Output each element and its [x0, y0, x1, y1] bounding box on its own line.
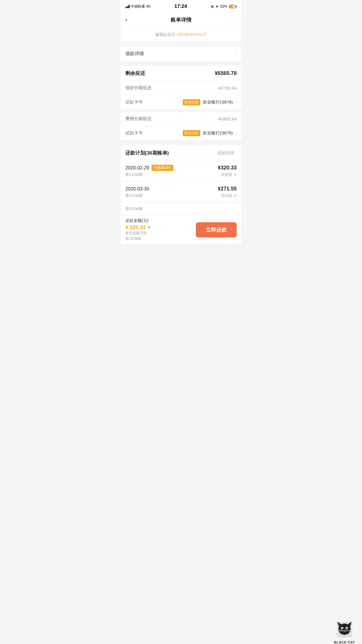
payment-row2-item1: 第13/36期 待还款 [125, 172, 237, 177]
status-left: 中国联通 4G [125, 4, 151, 9]
network-label: 4G [146, 4, 151, 8]
payment-status-2: 待还款 [221, 193, 237, 198]
loan-detail-label: 借款详情 [125, 51, 144, 57]
payment-status-1: 待还款 [221, 172, 237, 177]
fee-card-row[interactable]: 还款卡号 自动还款 农业银行(3879) › [121, 126, 241, 140]
bottom-period-label: 第13/36期 [125, 236, 196, 241]
payment-period-1: 第13/36期 [125, 172, 143, 177]
fee-installment-label: 费用分期应还 [125, 116, 152, 122]
payment-row1-item1: 2020-02-29 已逾期18天 ¥320.33 [125, 165, 237, 171]
pay-now-button[interactable]: 立即还款 [196, 222, 237, 237]
fee-installment-value: ¥2809.84 [218, 116, 237, 121]
extra-period-label: 第15/36期 [125, 206, 143, 211]
payment-amount-2: ¥271.55 [218, 186, 237, 192]
loan-card-row[interactable]: 还款卡号 自动还款 农业银行(3879) › [121, 95, 241, 110]
bottom-amount-label: 还款金额(元) [125, 218, 196, 223]
extra-period-row: 第15/36期 [121, 202, 241, 215]
remaining-row: 剩余应还 ¥6565.78 [121, 66, 241, 81]
settle-button[interactable]: 提前结清 › [218, 150, 237, 156]
bottom-bar: 还款金额(元) ¥ 320.33 暂无优惠可用 第13/36期 立即还款 [121, 215, 241, 244]
settle-label: 提前结清 [218, 150, 234, 156]
payment-period-2: 第14/36期 [125, 193, 143, 198]
fee-card-label: 还款卡号 [125, 130, 143, 136]
fee-bank-name: 农业银行(3879) [203, 130, 233, 136]
remaining-value: ¥6565.78 [215, 70, 237, 76]
overdue-badge-1: 已逾期18天 [152, 165, 173, 171]
location-icon: ⊕ [211, 4, 214, 9]
loan-installment-label: 借款分期应还 [125, 85, 152, 91]
signal-icon [125, 5, 130, 8]
settle-chevron: › [235, 150, 237, 156]
loan-auto-badge: 自动还款 [183, 99, 200, 105]
battery-icon [229, 5, 237, 8]
remaining-label: 剩余应还 [125, 70, 145, 77]
payment-row1-item2: 2020-03-30 ¥271.55 [125, 186, 237, 192]
plan-title: 还款计划(36期账单) [125, 150, 169, 156]
fee-bank-info: 自动还款 农业银行(3879) › [183, 130, 237, 136]
divider-2 [121, 61, 241, 64]
bottom-amount-value: ¥ 320.33 [125, 225, 146, 231]
battery-percent: 62% [220, 4, 227, 8]
date-group-2: 2020-03-30 [125, 186, 149, 192]
status-right: ⊕ ➤ 62% [211, 4, 237, 9]
loan-bank-info: 自动还款 农业银行(3879) › [183, 99, 237, 105]
content: 逾期起始日 2020年03月01日 借款详情 › 剩余应还 ¥6565.78 借… [121, 27, 241, 215]
page-title: 账单详情 [171, 16, 191, 23]
status-bar: 中国联通 4G 17:24 ⊕ ➤ 62% [121, 0, 241, 13]
fee-installment-row: 费用分期应还 ¥2809.84 [121, 112, 241, 126]
navigation-icon: ➤ [216, 4, 219, 8]
divider-3 [121, 140, 241, 143]
payment-status-text-2: 待还款 [221, 193, 233, 198]
plan-header: 还款计划(36期账单) 提前结清 › [121, 145, 241, 160]
triangle-icon-2 [234, 195, 237, 197]
payment-status-text-1: 待还款 [221, 172, 233, 177]
divider-1 [121, 41, 241, 44]
plan-section: 还款计划(36期账单) 提前结清 › 2020-02-29 已逾期18天 ¥32… [121, 145, 241, 215]
back-button[interactable]: ‹ [125, 16, 127, 24]
date-group-1: 2020-02-29 已逾期18天 [125, 165, 173, 171]
overdue-label: 逾期起始日 [155, 32, 175, 37]
payment-date-1: 2020-02-29 [125, 165, 149, 171]
loan-bank-name: 农业银行(3879) [203, 99, 233, 105]
fee-auto-badge: 自动还款 [183, 130, 200, 136]
bottom-amount-row: ¥ 320.33 [125, 225, 196, 231]
summary-section: 剩余应还 ¥6565.78 借款分期应还 ¥3755.94 还款卡号 自动还款 … [121, 66, 241, 140]
loan-detail-row[interactable]: 借款详情 › [121, 46, 241, 61]
chevron-right-icon: › [235, 51, 237, 56]
payment-item-2: 2020-03-30 ¥271.55 第14/36期 待还款 [121, 181, 241, 202]
payment-date-2: 2020-03-30 [125, 186, 149, 192]
time-label: 17:24 [174, 4, 187, 9]
loan-card-label: 还款卡号 [125, 99, 143, 105]
loan-bank-chevron: › [235, 100, 237, 105]
bottom-discount-label: 暂无优惠可用 [125, 231, 196, 236]
payment-row2-item2: 第14/36期 待还款 [125, 193, 237, 198]
fee-bank-chevron: › [235, 131, 237, 136]
loan-installment-value: ¥3755.94 [218, 85, 237, 90]
payment-amount-1: ¥320.33 [218, 165, 237, 171]
triangle-icon-1 [234, 174, 237, 176]
dropdown-arrow-icon[interactable] [147, 227, 150, 229]
overdue-date: 2020年03月01日 [177, 32, 207, 37]
loan-installment-row: 借款分期应还 ¥3755.94 [121, 81, 241, 95]
overdue-section: 逾期起始日 2020年03月01日 [121, 27, 241, 41]
carrier-label: 中国联通 [131, 4, 145, 9]
bottom-left: 还款金额(元) ¥ 320.33 暂无优惠可用 第13/36期 [125, 218, 196, 241]
nav-bar: ‹ 账单详情 [121, 13, 241, 27]
payment-item-1: 2020-02-29 已逾期18天 ¥320.33 第13/36期 待还款 [121, 160, 241, 181]
inner-divider [121, 110, 241, 112]
